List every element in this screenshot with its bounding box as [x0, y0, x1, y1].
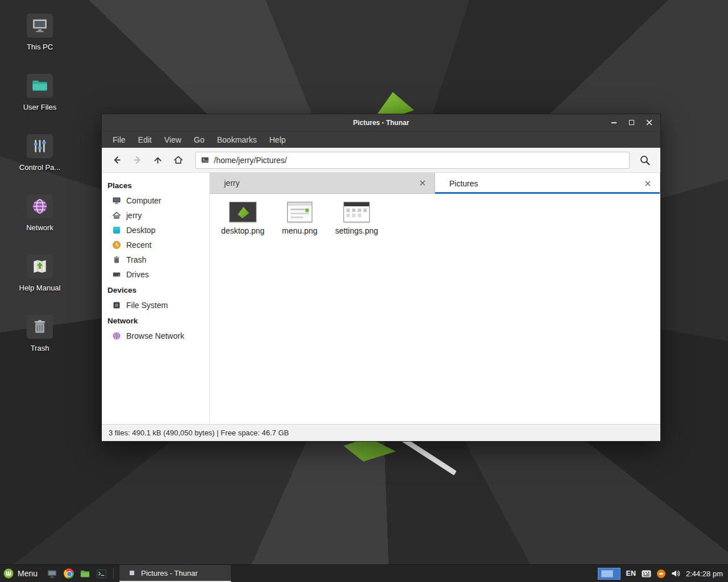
keyboard-icon[interactable]	[642, 570, 651, 577]
menu-go[interactable]: Go	[188, 135, 211, 144]
home-button[interactable]	[168, 151, 188, 169]
terminal-launcher[interactable]	[93, 565, 110, 582]
desktop-icon-control-panel[interactable]: Control Pa...	[13, 134, 67, 172]
desktop-icon-label: Help Manual	[19, 284, 61, 292]
file-name: desktop.png	[221, 226, 264, 235]
taskbar-separator	[113, 568, 118, 579]
tab-close-button[interactable]	[416, 180, 429, 186]
thumbnail-content	[344, 202, 369, 206]
files-launcher[interactable]	[77, 565, 93, 582]
sidebar-section-network: Network	[102, 313, 209, 329]
home-icon	[112, 211, 121, 220]
status-bar: 3 files: 490.1 kB (490,050 bytes) | Free…	[102, 424, 660, 441]
map-icon	[27, 255, 53, 278]
thumbnail-content	[238, 207, 249, 218]
desktop-icon-trash[interactable]: Trash	[13, 315, 67, 352]
path-bar[interactable]: /home/jerry/Pictures/	[195, 152, 630, 169]
computer-icon	[27, 14, 53, 38]
menu-view[interactable]: View	[158, 135, 188, 144]
sidebar: Places Computer jerry Desktop Recent	[102, 173, 210, 424]
sidebar-item-label: Drives	[126, 270, 149, 279]
sidebar-item-desktop[interactable]: Desktop	[102, 223, 209, 238]
menu-button[interactable]: Menu	[0, 565, 44, 582]
keyboard-layout-indicator[interactable]: EN	[626, 569, 636, 577]
window-body: Places Computer jerry Desktop Recent	[102, 173, 660, 424]
taskbar-window-button[interactable]: Pictures - Thunar	[119, 565, 231, 582]
desktop-icon-label: Control Pa...	[19, 163, 60, 172]
thumbnail-menu-png	[287, 202, 312, 222]
menu-help[interactable]: Help	[263, 135, 292, 144]
close-icon	[646, 119, 652, 126]
desktop-icon-this-pc[interactable]: This PC	[13, 14, 67, 51]
minimize-button[interactable]	[605, 114, 623, 131]
window-controls	[605, 114, 658, 131]
mint-logo-icon	[3, 568, 14, 579]
sidebar-item-label: Desktop	[126, 226, 155, 235]
sidebar-section-devices: Devices	[102, 282, 209, 298]
back-button[interactable]	[106, 151, 127, 169]
drive-icon	[112, 270, 121, 279]
desktop-icon	[112, 226, 121, 235]
thumbnail-content	[305, 209, 309, 212]
chrome-icon	[64, 568, 74, 579]
menu-bookmarks[interactable]: Bookmarks	[210, 135, 263, 144]
up-button[interactable]	[147, 151, 168, 169]
menu-edit[interactable]: Edit	[132, 135, 158, 144]
home-icon	[173, 155, 184, 165]
sidebar-item-file-system[interactable]: File System	[102, 298, 209, 313]
folder-icon	[27, 74, 53, 98]
maximize-button[interactable]	[623, 114, 640, 131]
trash-icon	[27, 315, 53, 339]
tab-jerry[interactable]: jerry	[210, 173, 435, 194]
computer-icon	[112, 196, 121, 205]
search-button[interactable]	[634, 151, 656, 169]
desktop-icon-user-files[interactable]: User Files	[13, 74, 67, 111]
titlebar[interactable]: Pictures - Thunar	[102, 114, 660, 131]
close-icon	[645, 181, 651, 186]
desktop-icon-network[interactable]: Network	[13, 194, 67, 232]
sidebar-item-browse-network[interactable]: Browse Network	[102, 329, 209, 343]
main-area: jerry Pictures des	[210, 173, 660, 424]
workspace-switcher[interactable]	[598, 568, 621, 580]
chrome-launcher[interactable]	[60, 565, 77, 582]
desktop-icon-label: Trash	[31, 344, 49, 352]
file-item-menu-png[interactable]: menu.png	[271, 201, 328, 235]
terminal-icon	[96, 568, 107, 579]
tab-close-button[interactable]	[642, 181, 654, 186]
menubar: File Edit View Go Bookmarks Help	[102, 131, 660, 148]
update-manager-icon[interactable]	[657, 569, 665, 578]
control-panel-icon	[27, 134, 53, 158]
sidebar-item-label: Computer	[126, 196, 161, 205]
forward-button[interactable]	[127, 151, 147, 169]
thumbnail-content	[291, 209, 305, 210]
filesystem-icon	[112, 301, 121, 310]
sidebar-item-drives[interactable]: Drives	[102, 267, 209, 282]
sidebar-item-jerry[interactable]: jerry	[102, 208, 209, 223]
sidebar-item-computer[interactable]: Computer	[102, 193, 209, 208]
thumbnail-settings-png	[344, 202, 370, 222]
thumbnail-content	[291, 217, 303, 218]
sidebar-item-trash[interactable]: Trash	[102, 252, 209, 267]
volume-icon[interactable]	[671, 569, 680, 578]
sidebar-item-label: jerry	[126, 211, 142, 220]
status-text: 3 files: 490.1 kB (490,050 bytes) | Free…	[109, 429, 289, 437]
file-item-settings-png[interactable]: settings.png	[328, 201, 385, 235]
tab-bar: jerry Pictures	[210, 173, 660, 194]
file-item-desktop-png[interactable]: desktop.png	[214, 201, 271, 235]
close-button[interactable]	[640, 114, 658, 131]
sidebar-item-recent[interactable]: Recent	[102, 238, 209, 252]
network-globe-icon	[112, 331, 121, 340]
desktop-icon-help-manual[interactable]: Help Manual	[13, 255, 67, 292]
file-view[interactable]: desktop.png menu.png	[210, 194, 660, 424]
forward-arrow-icon	[132, 155, 143, 165]
menu-button-label: Menu	[18, 569, 38, 578]
up-arrow-icon	[152, 155, 163, 165]
tab-label: Pictures	[449, 179, 642, 188]
sidebar-item-label: File System	[126, 301, 168, 310]
tab-pictures[interactable]: Pictures	[435, 173, 660, 194]
network-globe-icon	[27, 194, 53, 218]
desktop-icon-label: Network	[26, 223, 53, 232]
menu-file[interactable]: File	[106, 135, 132, 144]
show-desktop-button[interactable]	[44, 565, 60, 582]
clock[interactable]: 2:44:28 pm	[686, 569, 723, 578]
